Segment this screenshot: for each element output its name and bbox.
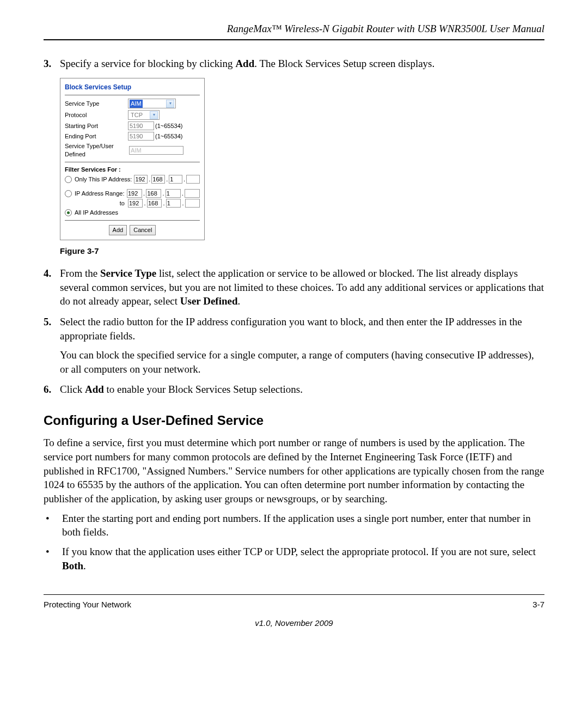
page-header-title: RangeMax™ Wireless-N Gigabit Router with… bbox=[44, 22, 544, 36]
ip-only-1[interactable]: 192 bbox=[134, 175, 148, 184]
radio-all-label: All IP Addresses bbox=[75, 209, 118, 217]
cancel-button[interactable]: Cancel bbox=[130, 225, 156, 235]
footer-version: v1.0, November 2009 bbox=[44, 618, 544, 629]
step-3-number: 3. bbox=[44, 57, 60, 71]
step-3-post: . The Block Services Setup screen displa… bbox=[254, 58, 434, 69]
ip-to-3[interactable]: 1 bbox=[166, 199, 181, 208]
radio-all-ip[interactable]: All IP Addresses bbox=[65, 209, 200, 217]
add-button[interactable]: Add bbox=[109, 225, 127, 235]
step-6: 6. Click Add to enable your Block Servic… bbox=[44, 382, 544, 397]
radio-ip-range[interactable]: IP Address Range: 192. 168. 1. bbox=[65, 189, 200, 198]
step-4-b2: User Defined bbox=[180, 295, 238, 307]
select-protocol-value: TCP bbox=[130, 111, 144, 119]
step-4-t3: . bbox=[238, 295, 241, 307]
ip-only-4[interactable] bbox=[186, 175, 200, 184]
bullet-1: • Enter the starting port and ending por… bbox=[44, 512, 544, 539]
footer-row: Protecting Your Network 3-7 bbox=[44, 599, 544, 610]
bullet-2-b1: Both bbox=[62, 560, 83, 571]
step-6-text: Click Add to enable your Block Services … bbox=[60, 382, 544, 397]
step-5-p1: Select the radio button for the IP addre… bbox=[60, 315, 544, 343]
panel-button-row: Add Cancel bbox=[65, 225, 200, 235]
bullet-1-text: Enter the starting port and ending port … bbox=[62, 512, 544, 539]
radio-range-label: IP Address Range: bbox=[75, 190, 125, 198]
radio-only-this-ip[interactable]: Only This IP Address: 192. 168. 1. bbox=[65, 175, 200, 184]
row-ending-port: Ending Port 5190 (1~65534) bbox=[65, 132, 200, 141]
figure-caption: Figure 3-7 bbox=[60, 246, 544, 257]
panel-divider-2 bbox=[65, 162, 200, 162]
panel-title: Block Services Setup bbox=[65, 83, 200, 92]
step-5-number: 5. bbox=[44, 315, 60, 376]
row-user-defined: Service Type/User Defined AIM bbox=[65, 142, 200, 159]
step-6-number: 6. bbox=[44, 382, 60, 397]
panel-divider-3 bbox=[65, 220, 200, 221]
section-paragraph: To define a service, first you must dete… bbox=[44, 436, 544, 506]
bullet-2-t2: . bbox=[83, 560, 86, 571]
row-service-type: Service Type AIM ▾ bbox=[65, 99, 200, 108]
bullet-2-text: If you know that the application uses ei… bbox=[62, 545, 544, 573]
radio-icon bbox=[65, 190, 72, 197]
ip-from-2[interactable]: 168 bbox=[146, 189, 161, 198]
chevron-down-icon: ▾ bbox=[150, 111, 158, 119]
step-3-text: Specify a service for blocking by clicki… bbox=[60, 57, 544, 71]
footer-right: 3-7 bbox=[532, 599, 544, 610]
figure-3-7: Block Services Setup Service Type AIM ▾ … bbox=[60, 78, 544, 240]
bullet-2: • If you know that the application uses … bbox=[44, 545, 544, 573]
select-service-type[interactable]: AIM ▾ bbox=[128, 99, 176, 108]
chevron-down-icon: ▾ bbox=[166, 100, 174, 108]
radio-icon bbox=[65, 209, 72, 216]
input-user-defined[interactable]: AIM bbox=[129, 146, 183, 155]
radio-icon bbox=[65, 176, 72, 183]
step-5-text: Select the radio button for the IP addre… bbox=[60, 315, 544, 376]
step-3-pre: Specify a service for blocking by clicki… bbox=[60, 58, 235, 69]
step-4-number: 4. bbox=[44, 266, 60, 308]
row-starting-port: Starting Port 5190 (1~65534) bbox=[65, 121, 200, 130]
range-ending-port: (1~65534) bbox=[155, 132, 182, 141]
label-user-defined: Service Type/User Defined bbox=[65, 142, 129, 159]
input-starting-port[interactable]: 5190 bbox=[128, 121, 154, 130]
step-6-b1: Add bbox=[85, 384, 104, 395]
label-protocol: Protocol bbox=[65, 111, 128, 119]
to-label: to bbox=[65, 199, 127, 208]
select-service-type-value: AIM bbox=[130, 100, 143, 108]
step-6-t2: to enable your Block Services Setup sele… bbox=[104, 384, 303, 395]
label-ending-port: Ending Port bbox=[65, 132, 128, 141]
ip-range-to-row: to 192. 168. 1. bbox=[65, 199, 200, 208]
block-services-setup-panel: Block Services Setup Service Type AIM ▾ … bbox=[60, 78, 205, 240]
step-4-b1: Service Type bbox=[100, 267, 156, 279]
ip-only-2[interactable]: 168 bbox=[151, 175, 165, 184]
range-starting-port: (1~65534) bbox=[155, 122, 182, 130]
step-6-t1: Click bbox=[60, 384, 85, 395]
step-3-add: Add bbox=[235, 58, 254, 69]
bullet-icon: • bbox=[44, 512, 62, 539]
step-5-p2: You can block the specified service for … bbox=[60, 348, 544, 376]
row-protocol: Protocol TCP ▾ bbox=[65, 110, 200, 120]
input-ending-port[interactable]: 5190 bbox=[128, 132, 154, 141]
footer-rule bbox=[44, 594, 544, 595]
ip-to-4[interactable] bbox=[185, 199, 200, 208]
bullet-2-t1: If you know that the application uses ei… bbox=[62, 546, 536, 557]
step-3: 3. Specify a service for blocking by cli… bbox=[44, 57, 544, 71]
ip-from-3[interactable]: 1 bbox=[166, 189, 181, 198]
select-protocol[interactable]: TCP ▾ bbox=[128, 110, 160, 120]
header-rule bbox=[44, 39, 544, 40]
section-heading: Configuring a User-Defined Service bbox=[44, 412, 544, 429]
bullet-icon: • bbox=[44, 545, 62, 573]
label-starting-port: Starting Port bbox=[65, 122, 128, 130]
step-5: 5. Select the radio button for the IP ad… bbox=[44, 315, 544, 376]
ip-only-3[interactable]: 1 bbox=[169, 175, 182, 184]
ip-to-2[interactable]: 168 bbox=[147, 199, 162, 208]
radio-only-label: Only This IP Address: bbox=[75, 175, 132, 184]
step-4-t1: From the bbox=[60, 267, 100, 279]
filter-heading: Filter Services For : bbox=[65, 166, 200, 174]
footer-left: Protecting Your Network bbox=[44, 599, 131, 610]
ip-from-4[interactable] bbox=[185, 189, 200, 198]
label-service-type: Service Type bbox=[65, 100, 128, 108]
panel-divider-1 bbox=[65, 95, 200, 95]
ip-from-1[interactable]: 192 bbox=[127, 189, 142, 198]
step-4: 4. From the Service Type list, select th… bbox=[44, 266, 544, 308]
step-4-text: From the Service Type list, select the a… bbox=[60, 266, 544, 308]
ip-to-1[interactable]: 192 bbox=[128, 199, 143, 208]
